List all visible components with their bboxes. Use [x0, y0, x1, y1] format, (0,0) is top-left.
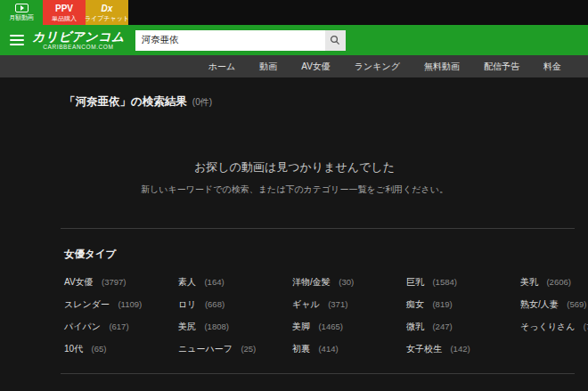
dx-logo: Dx	[102, 4, 113, 13]
site-header: カリビアンコム CARIBBEANCOM.COM	[0, 25, 588, 55]
category-label: 女子校生	[406, 344, 442, 354]
no-results-hint: 新しいキーワードでの検索、または下のカテゴリー一覧をご利用ください。	[39, 183, 550, 196]
category-link[interactable]: ギャル (371)	[292, 297, 406, 310]
nav-item[interactable]: AV女優	[301, 61, 331, 73]
tab-livechat-label: ライブチャット	[85, 14, 129, 22]
category-link[interactable]: 素人 (164)	[178, 274, 292, 288]
category-link[interactable]: 美乳 (2606)	[520, 274, 588, 288]
search-bar	[135, 30, 346, 51]
category-label: ニューハーフ	[178, 344, 233, 354]
category-count: (1808)	[204, 322, 228, 331]
nav-item[interactable]: 動画	[259, 61, 277, 73]
category-count: (25)	[241, 344, 256, 354]
category-section-heading: 女優タイプ	[64, 248, 575, 261]
logo-title: カリビアンコム	[32, 30, 125, 43]
results-count: (0件)	[192, 97, 212, 107]
category-label: 素人	[178, 277, 196, 287]
category-link[interactable]: 初裏 (414)	[292, 341, 406, 354]
site-logo[interactable]: カリビアンコム CARIBBEANCOM.COM	[32, 30, 125, 50]
category-label: ギャル	[292, 299, 320, 309]
category-label: AV女優	[64, 277, 94, 287]
category-label: スレンダー	[64, 299, 110, 309]
category-count: (1465)	[318, 322, 342, 331]
category-link[interactable]: 女子校生 (142)	[406, 341, 520, 354]
nav-item[interactable]: ランキング	[355, 61, 400, 73]
tab-ppv[interactable]: PPV 単品購入	[43, 0, 86, 25]
search-input[interactable]	[135, 30, 325, 51]
no-results-message: お探しの動画は見つかりませんでした 新しいキーワードでの検索、または下のカテゴリ…	[39, 159, 550, 196]
top-service-bar: 月額動画 PPV 単品購入 Dx ライブチャット	[0, 0, 588, 25]
category-link[interactable]: 巨乳 (1584)	[406, 274, 520, 288]
category-count: (76)	[584, 322, 588, 331]
category-count: (1584)	[432, 277, 456, 287]
section-divider	[61, 373, 575, 374]
category-count: (414)	[318, 344, 338, 354]
category-label: 10代	[64, 344, 83, 354]
category-count: (3797)	[102, 277, 126, 287]
nav-item[interactable]: 配信予告	[484, 61, 519, 73]
tab-ppv-label: 単品購入	[52, 14, 77, 22]
category-label: 熟女/人妻	[520, 299, 559, 309]
search-results-title-text: 「河奈亜依」の検索結果	[64, 95, 187, 108]
search-results-title: 「河奈亜依」の検索結果(0件)	[64, 94, 575, 110]
category-label: 洋物/金髪	[292, 277, 331, 287]
tab-livechat[interactable]: Dx ライブチャット	[86, 0, 128, 25]
category-count: (1109)	[118, 299, 142, 309]
category-link[interactable]: 洋物/金髪 (30)	[292, 274, 406, 288]
category-label: 微乳	[406, 322, 424, 331]
category-label: 巨乳	[406, 277, 424, 287]
category-grid: AV女優 (3797) 素人 (164) 洋物/金髪 (30) 巨乳 (1584…	[64, 274, 575, 354]
category-count: (164)	[204, 277, 224, 287]
category-label: 痴女	[406, 299, 424, 309]
search-button[interactable]	[325, 30, 346, 51]
category-link[interactable]: 痴女 (819)	[406, 297, 520, 310]
nav-item[interactable]: ホーム	[208, 61, 235, 73]
category-link[interactable]: そっくりさん (76)	[520, 319, 588, 332]
category-count: (371)	[328, 299, 347, 309]
nav-item[interactable]: 料金	[543, 61, 561, 73]
category-label: ロリ	[178, 299, 196, 309]
category-link[interactable]: 熟女/人妻 (569)	[520, 297, 588, 310]
ppv-logo: PPV	[55, 4, 73, 13]
category-label: 美乳	[520, 277, 538, 287]
category-count: (617)	[109, 322, 128, 331]
category-link[interactable]: ニューハーフ (25)	[178, 341, 292, 354]
tab-monthly-video[interactable]: 月額動画	[0, 0, 43, 25]
logo-subtitle: CARIBBEANCOM.COM	[32, 44, 125, 50]
category-label: 美尻	[178, 322, 196, 331]
category-link[interactable]: ロリ (668)	[178, 297, 292, 310]
category-count: (247)	[432, 322, 452, 331]
category-count: (30)	[339, 277, 354, 287]
category-count: (142)	[450, 344, 470, 354]
category-count: (569)	[567, 299, 586, 309]
category-link[interactable]: 美脚 (1465)	[292, 319, 406, 332]
category-count: (819)	[432, 299, 452, 309]
section-divider	[61, 228, 575, 229]
category-label: 初裏	[292, 344, 310, 354]
category-link[interactable]: 10代 (65)	[64, 341, 178, 354]
search-icon	[330, 35, 340, 45]
category-count: (668)	[205, 299, 225, 309]
no-results-title: お探しの動画は見つかりませんでした	[39, 159, 550, 175]
category-link[interactable]: AV女優 (3797)	[64, 274, 178, 288]
play-icon	[15, 4, 29, 12]
category-link[interactable]: 美尻 (1808)	[178, 319, 292, 332]
nav-item[interactable]: 無料動画	[424, 61, 460, 73]
category-count: (65)	[92, 344, 107, 354]
category-link[interactable]: スレンダー (1109)	[64, 297, 178, 310]
category-count: (2606)	[546, 277, 570, 287]
category-label: そっくりさん	[520, 322, 575, 331]
menu-icon[interactable]	[10, 35, 24, 45]
main-nav: ホーム 動画 AV女優 ランキング 無料動画 配信予告 料金	[0, 55, 588, 77]
category-label: 美脚	[292, 322, 310, 331]
tab-monthly-label: 月額動画	[9, 13, 34, 21]
main-content: 「河奈亜依」の検索結果(0件) お探しの動画は見つかりませんでした 新しいキーワ…	[0, 94, 588, 391]
category-link[interactable]: パイパン (617)	[64, 319, 178, 332]
category-link[interactable]: 微乳 (247)	[406, 319, 520, 332]
category-label: パイパン	[64, 322, 101, 331]
